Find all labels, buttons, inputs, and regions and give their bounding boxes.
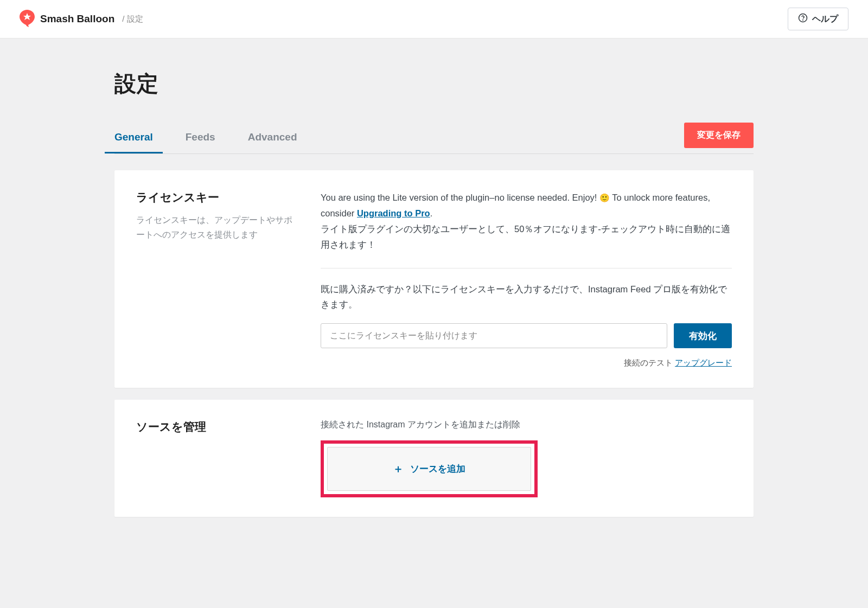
- tab-feeds[interactable]: Feeds: [186, 124, 215, 153]
- brand-name: Smash Balloon: [40, 13, 114, 25]
- tab-general[interactable]: General: [114, 124, 153, 153]
- save-button[interactable]: 変更を保存: [684, 123, 754, 148]
- help-button[interactable]: ヘルプ: [788, 8, 848, 30]
- breadcrumb: / 設定: [122, 14, 143, 24]
- add-source-button[interactable]: ＋ ソースを追加: [327, 447, 531, 491]
- plus-icon: ＋: [393, 462, 404, 476]
- license-input-row: 有効化: [321, 323, 732, 348]
- activate-button[interactable]: 有効化: [674, 323, 732, 348]
- help-label: ヘルプ: [812, 14, 838, 25]
- already-purchased-text: 既に購入済みですか？以下にライセンスキーを入力するだけで、Instagram F…: [321, 281, 732, 313]
- help-icon: [798, 13, 808, 25]
- header-left: Smash Balloon / 設定: [20, 10, 143, 28]
- upgrade-pro-link[interactable]: Upgrading to Pro: [357, 208, 430, 218]
- license-desc: ライセンスキーは、アップデートやサポートへのアクセスを提供します: [136, 213, 299, 242]
- balloon-icon: [20, 10, 35, 28]
- license-footer-links: 接続のテスト アップグレード: [321, 358, 732, 368]
- license-panel: ライセンスキー ライセンスキーは、アップデートやサポートへのアクセスを提供します…: [114, 170, 754, 388]
- license-key-input[interactable]: [321, 323, 667, 348]
- brand-logo[interactable]: Smash Balloon: [20, 10, 114, 28]
- upgrade-link-small[interactable]: アップグレード: [675, 358, 732, 367]
- add-source-highlight: ＋ ソースを追加: [321, 440, 538, 497]
- page-title: 設定: [114, 69, 754, 99]
- discount-text: ライト版プラグインの大切なユーザーとして、50％オフになります-チェックアウト時…: [321, 221, 732, 253]
- tab-advanced[interactable]: Advanced: [248, 124, 297, 153]
- divider: [321, 268, 732, 268]
- lite-text-1: You are using the Lite version of the pl…: [321, 193, 599, 202]
- tab-row: General Feeds Advanced 変更を保存: [114, 123, 754, 154]
- sources-title: ソースを管理: [136, 419, 299, 434]
- sources-desc: 接続された Instagram アカウントを追加または削除: [321, 419, 732, 431]
- lite-text-3: .: [430, 208, 433, 218]
- sources-panel: ソースを管理 接続された Instagram アカウントを追加または削除 ＋ ソ…: [114, 400, 754, 517]
- add-source-label: ソースを追加: [410, 463, 465, 475]
- smile-icon: 🙂: [599, 193, 610, 202]
- test-connection-label: 接続のテスト: [624, 358, 673, 367]
- tabs: General Feeds Advanced: [114, 124, 297, 153]
- header-bar: Smash Balloon / 設定 ヘルプ: [0, 0, 868, 39]
- svg-point-1: [803, 20, 803, 20]
- lite-version-text: You are using the Lite version of the pl…: [321, 190, 732, 221]
- license-title: ライセンスキー: [136, 190, 299, 205]
